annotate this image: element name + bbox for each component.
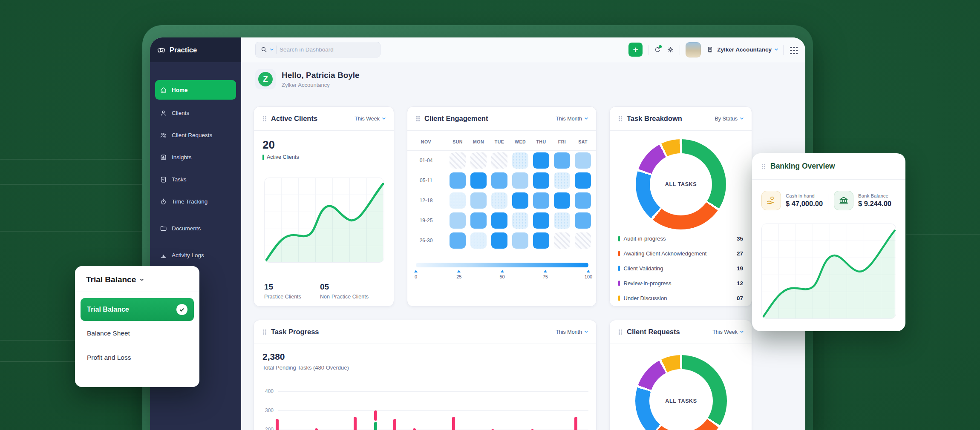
divider [445,133,445,256]
active-clients-card: Active Clients This Week 20 Active Clien… [254,106,394,307]
divider [407,150,596,151]
heatmap-cell-wrap [575,230,591,250]
folder-icon [160,225,167,232]
tick-label: 0 [415,274,417,279]
period-filter[interactable]: This Week [712,329,743,335]
filter-label: By Status [715,116,738,122]
period-filter[interactable]: This Week [355,116,385,122]
popup-option-selected[interactable]: Trial Balance [81,298,194,321]
sidebar-nav: HomeClientsClient RequestsInsightsTasksT… [150,80,241,269]
refresh-icon[interactable] [654,46,661,53]
popup-option[interactable]: Balance Sheet [81,321,194,345]
period-filter[interactable]: This Month [556,116,588,122]
heatmap-cell-wrap [512,230,528,250]
sidebar-item-time-tracking[interactable]: Time Tracking [155,193,236,210]
drag-handle-icon[interactable] [761,163,766,169]
heatmap-cell [491,172,507,189]
heatmap-scale-tick: 75 [543,270,548,279]
drag-handle-icon[interactable] [262,116,267,122]
chevron-down-icon [140,277,144,281]
org-avatar: Z [255,69,276,89]
add-button[interactable]: + [628,43,643,57]
sidebar-item-activity-logs[interactable]: Activity Logs [155,247,236,264]
popup-header[interactable]: Trial Balance [75,266,199,292]
heatmap-day-label: SUN [450,133,466,150]
report-picker-popup: Trial Balance Trial BalanceBalance Sheet… [75,266,199,387]
heatmap-cell [554,232,570,249]
org-switcher[interactable]: Zylker Accountancy [706,46,778,53]
heatmap-cell [533,232,549,249]
card-header: Client Engagement This Month [407,107,596,131]
sidebar-item-tasks[interactable]: Tasks [155,171,236,188]
non-practice-clients-stat: 05 Non-Practice Clients [320,282,369,300]
apps-grid-icon[interactable] [789,46,798,54]
status-filter[interactable]: By Status [715,116,744,122]
chevron-down-icon [740,330,744,333]
tick-triangle-icon [414,270,418,272]
chevron-down-icon [585,116,588,120]
heatmap-cell [470,152,487,169]
client-requests-card: Client Requests This Week ALL TASKS [609,320,752,430]
banking-line-chart [761,224,896,319]
popup-option[interactable]: Profit and Loss [81,345,194,370]
heatmap-cell-wrap [491,210,507,230]
search-scope-chevron-icon[interactable] [270,47,274,51]
heatmap-cell-wrap [533,170,549,190]
heatmap-scale-tick: 0 [414,270,418,279]
user-avatar[interactable] [686,42,701,57]
sidebar-item-documents[interactable]: Documents [155,220,236,237]
legend-value: 27 [737,250,743,257]
heatmap-cell-wrap [470,150,487,170]
settings-gear-icon[interactable] [667,46,674,53]
drag-handle-icon[interactable] [416,116,420,122]
heatmap-cell-wrap [450,230,466,250]
drag-handle-icon[interactable] [618,116,623,122]
brand: Practice [150,37,241,62]
sidebar-item-label: Client Requests [172,132,212,138]
practice-clients-stat: 15 Practice Clients [264,282,301,300]
heatmap-cell-wrap [575,150,591,170]
legend-row: Review-in-progress12 [618,276,743,291]
heatmap-cell [533,212,549,229]
sidebar-item-clients[interactable]: Clients [155,104,236,121]
heatmap-cell-wrap [554,210,570,230]
topbar: Search in Dashboard + Zylker Accountancy [241,37,805,62]
legend-value: 35 [737,235,743,242]
greeting-title: Hello, Patricia Boyle [282,71,360,80]
heatmap-cell [491,212,507,229]
tasks-icon [160,176,167,183]
chevron-down-icon [740,116,744,120]
task-bar-segment [276,419,279,430]
heatmap-cell [470,172,487,189]
heatmap-cell [512,192,528,209]
search-input[interactable]: Search in Dashboard [255,42,380,57]
heatmap-cell [470,232,487,249]
task-bar-segment [374,410,377,421]
heatmap-cell-wrap [470,190,487,210]
filter-label: This Week [355,116,380,122]
heatmap-day-label: SAT [575,133,591,150]
banking-overview-card: Banking Overview Cash in hand $ 47,000.0… [752,153,905,331]
heatmap-cell [450,152,466,169]
heatmap-cell [491,232,507,249]
drag-handle-icon[interactable] [618,329,623,335]
task-breakdown-legend: Audit-in-progress35Awaiting Client Ackno… [618,231,743,306]
sidebar-item-insights[interactable]: Insights [155,149,236,166]
decor-line [0,361,75,362]
popup-options: Trial BalanceBalance SheetProfit and Los… [75,292,199,376]
task-bar-segment [315,428,318,430]
sidebar-item-label: Tasks [172,176,187,183]
divider [648,45,649,55]
cash-in-hand-icon [761,191,781,210]
heatmap-cell [533,192,549,209]
sidebar-item-client-requests[interactable]: Client Requests [155,126,236,143]
heatmap-cell-wrap [512,150,528,170]
sidebar-item-label: Home [172,87,188,93]
heatmap-cell [470,192,487,209]
heatmap-cell [491,152,507,169]
heatmap-cell-wrap [512,190,528,210]
decor-line [0,184,150,185]
heatmap-cell [450,232,466,249]
heatmap-scale-ticks: 0255075100 [416,270,588,287]
sidebar-item-home[interactable]: Home [155,80,236,100]
